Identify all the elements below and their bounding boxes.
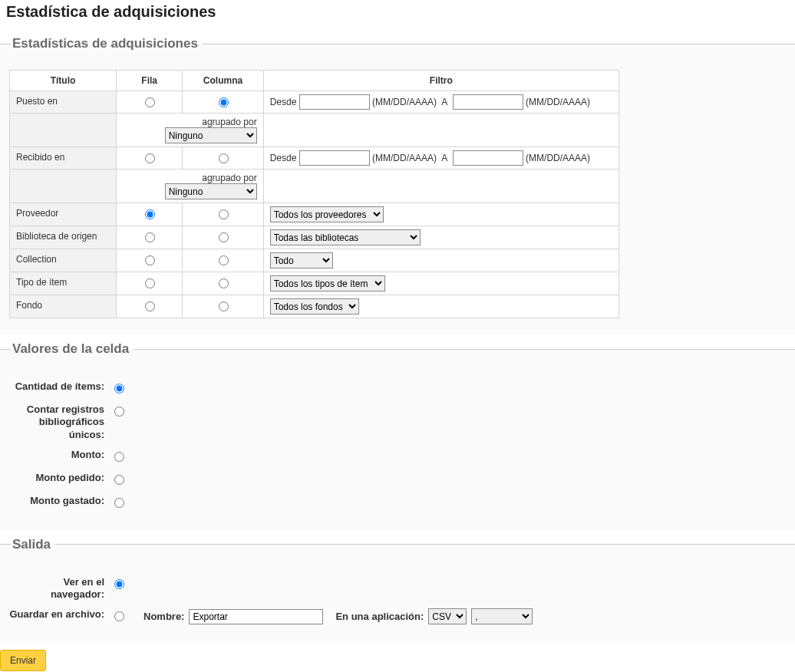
radio-col-received-on[interactable] [219,153,229,163]
radio-amount-ordered[interactable] [114,475,124,485]
select-vendor[interactable]: Todos los proveedores [270,206,384,222]
to-label: A [441,97,447,107]
row-label-collection: Collection [10,249,117,272]
grouped-by-label: agrupado por [202,117,256,127]
radio-row-received-on[interactable] [145,153,155,163]
radio-col-placed-on[interactable] [219,97,229,107]
row-placed-on-grouped: agrupado por Ninguno [10,114,619,147]
cell-values-legend: Valores de la celda [11,341,134,357]
stats-legend: Estadísticas de adquisiciones [11,36,203,51]
input-placed-from[interactable] [299,94,370,110]
opt-count-biblios: Contar registros bibliográficos únicos: [9,400,786,445]
cell-values-fieldset: Valores de la celda Cantidad de ítems: C… [0,341,795,529]
select-item-type[interactable]: Todos los tipos de ítem [270,275,385,292]
stats-table: Título Fila Columna Filtro Puesto en Des… [9,70,619,318]
to-label: A [441,153,447,163]
file-app-label: En una aplicación: [335,611,424,622]
th-filter: Filtro [263,71,619,91]
page-title: Estadística de adquisiciones [0,0,795,28]
row-received-on-grouped: agrupado por Ninguno [10,170,619,203]
th-title: Título [10,71,117,91]
radio-count-items[interactable] [114,384,124,394]
opt-amount-spent-label: Monto gastado: [9,495,104,507]
row-collection: Collection Todo [10,249,619,272]
opt-output-file: Guardar en archivo: Nombre: En una aplic… [9,604,786,628]
row-label-empty [10,114,117,147]
row-item-type: Tipo de ítem Todos los tipos de ítem [10,272,619,295]
th-row: Fila [117,71,183,91]
grouped-by-received-on-cell: agrupado por Ninguno [117,170,264,203]
radio-row-collection[interactable] [145,255,155,265]
radio-output-file[interactable] [114,611,124,621]
row-vendor: Proveedor Todos los proveedores [10,203,619,226]
radio-output-browser[interactable] [114,579,124,589]
radio-amount[interactable] [114,452,124,462]
select-file-separator[interactable]: , [471,608,533,624]
opt-amount-ordered: Monto pedido: [9,468,786,491]
stats-fieldset: Estadísticas de adquisiciones Título Fil… [0,36,795,334]
input-received-to[interactable] [453,150,523,166]
radio-row-home-lib[interactable] [145,232,155,242]
opt-output-browser-label: Ver en el navegador: [9,576,104,601]
radio-row-placed-on[interactable] [145,97,155,107]
opt-amount-spent: Monto gastado: [9,491,786,514]
row-placed-on: Puesto en Desde (MM/DD/AAAA) A (MM/DD/AA… [10,91,619,114]
row-label-placed-on: Puesto en [10,91,117,114]
empty-cell [263,114,619,147]
grouped-by-placed-on-cell: agrupado por Ninguno [117,114,264,147]
input-received-from[interactable] [299,150,370,166]
from-label: Desde [270,97,297,107]
th-column: Columna [183,71,263,91]
radio-row-fund[interactable] [145,301,155,311]
select-fund[interactable]: Todos los fondos [270,298,359,315]
opt-output-file-label: Guardar en archivo: [9,608,104,621]
radio-col-item-type[interactable] [219,278,229,288]
input-file-name[interactable] [189,609,323,624]
select-grouped-received-on[interactable]: Ninguno [165,183,257,199]
submit-button[interactable]: Enviar [0,650,46,671]
select-home-lib[interactable]: Todas las bibliotecas [270,229,421,245]
input-placed-to[interactable] [453,94,523,110]
row-label-item-type: Tipo de ítem [10,272,117,295]
row-label-empty [10,170,117,203]
output-fieldset: Salida Ver en el navegador: Guardar en a… [0,537,795,644]
row-label-home-lib: Biblioteca de origen [10,226,117,249]
radio-col-vendor[interactable] [219,209,229,219]
radio-count-biblios[interactable] [114,407,124,417]
row-label-received-on: Recibido en [10,147,117,170]
empty-cell [263,170,619,203]
opt-amount-label: Monto: [9,449,104,461]
date-format-hint: (MM/DD/AAAA) [372,97,437,107]
file-name-label: Nombre: [143,611,184,622]
opt-output-browser: Ver en el navegador: [9,572,786,605]
opt-count-items-label: Cantidad de ítems: [9,380,104,393]
row-label-vendor: Proveedor [10,203,117,226]
row-fund: Fondo Todos los fondos [10,295,619,318]
from-label: Desde [270,153,297,163]
filter-placed-on: Desde (MM/DD/AAAA) A (MM/DD/AAAA) [263,91,619,114]
radio-row-vendor[interactable] [145,209,155,219]
radio-amount-spent[interactable] [114,498,124,508]
opt-count-biblios-label: Contar registros bibliográficos únicos: [9,404,104,441]
date-format-hint: (MM/DD/AAAA) [526,97,590,107]
select-grouped-placed-on[interactable]: Ninguno [165,127,257,143]
filter-received-on: Desde (MM/DD/AAAA) A (MM/DD/AAAA) [263,147,619,170]
row-received-on: Recibido en Desde (MM/DD/AAAA) A (MM/DD/… [10,147,619,170]
radio-col-home-lib[interactable] [219,232,229,242]
row-label-fund: Fondo [10,295,117,318]
date-format-hint: (MM/DD/AAAA) [372,153,437,163]
opt-amount-ordered-label: Monto pedido: [9,472,104,484]
radio-row-item-type[interactable] [145,278,155,288]
opt-amount: Monto: [9,445,786,468]
output-legend: Salida [11,537,55,552]
radio-col-fund[interactable] [219,301,229,311]
radio-col-collection[interactable] [219,255,229,265]
grouped-by-label: agrupado por [202,173,256,183]
select-file-format[interactable]: CSV [428,608,467,624]
row-home-lib: Biblioteca de origen Todas las bibliotec… [10,226,619,249]
date-format-hint: (MM/DD/AAAA) [526,153,590,163]
opt-count-items: Cantidad de ítems: [9,377,786,400]
select-collection[interactable]: Todo [270,252,333,268]
